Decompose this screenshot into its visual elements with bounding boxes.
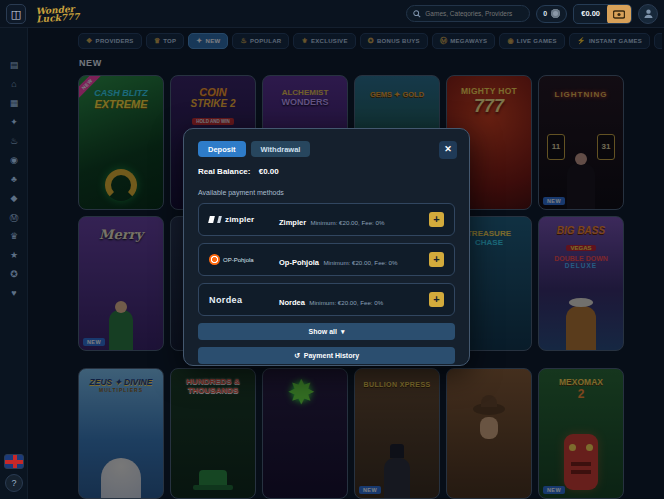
user-avatar-button[interactable] xyxy=(638,4,658,24)
chevron-down-icon: ▾ xyxy=(341,328,345,336)
sidebar-item-jackpots[interactable]: ◆ xyxy=(0,193,28,203)
method-details: Minimum: €20.00, Fee: 0% xyxy=(309,299,383,306)
sidebar-item-megaways[interactable]: Ⓜ xyxy=(0,212,28,225)
close-icon[interactable]: ✕ xyxy=(439,141,457,159)
search-icon xyxy=(413,10,421,18)
language-flag-button[interactable] xyxy=(4,454,24,469)
search-input[interactable] xyxy=(425,10,523,17)
balance-amount: €0.00 xyxy=(574,9,607,18)
sidebar-item-tournaments[interactable]: ♛ xyxy=(0,231,28,241)
user-icon xyxy=(643,8,654,19)
payment-method-nordea[interactable]: Nordea Nordea Minimum: €20.00, Fee: 0% + xyxy=(198,283,455,316)
casino-lobby-page: ◫ Wonder Luck777 0 €0.00 ▤ ⌂ ▦ ✦ ♨ ◉ xyxy=(0,0,664,499)
sidebar-item-popular[interactable]: ♨ xyxy=(0,136,28,146)
coin-icon xyxy=(551,9,560,18)
method-details: Minimum: €20.00, Fee: 0% xyxy=(311,219,385,226)
sidebar-item-slots[interactable]: ▦ xyxy=(0,98,28,108)
nordea-logo: Nordea xyxy=(209,295,271,305)
coins-count: 0 xyxy=(543,10,547,17)
method-name: Nordea xyxy=(279,298,305,307)
zimpler-mark-icon xyxy=(208,216,215,223)
left-sidebar: ▤ ⌂ ▦ ✦ ♨ ◉ ♣ ◆ Ⓜ ♛ ★ ✪ ♥ ? xyxy=(0,28,28,499)
deposit-tab[interactable]: Deposit xyxy=(198,141,246,157)
loyalty-coins-pill[interactable]: 0 xyxy=(536,5,567,23)
sidebar-item-live[interactable]: ◉ xyxy=(0,155,28,165)
sidebar-item-new[interactable]: ✦ xyxy=(0,117,28,127)
sidebar-item-games[interactable]: ▤ xyxy=(0,60,28,70)
add-deposit-button[interactable]: + xyxy=(429,292,444,307)
sidebar-item-bonuses[interactable]: ✪ xyxy=(0,269,28,279)
op-circle-icon xyxy=(209,254,220,265)
sidebar-toggle-button[interactable]: ◫ xyxy=(6,4,26,24)
method-name: Zimpler xyxy=(279,218,306,227)
add-deposit-button[interactable]: + xyxy=(429,252,444,267)
sidebar-item-favorites[interactable]: ♥ xyxy=(0,288,28,298)
real-balance-label: Real Balance: xyxy=(198,167,250,176)
wallet-icon xyxy=(613,9,625,19)
withdrawal-tab[interactable]: Withdrawal xyxy=(251,141,311,157)
payment-method-zimpler[interactable]: zimpler Zimpler Minimum: €20.00, Fee: 0%… xyxy=(198,203,455,236)
balance-widget: €0.00 xyxy=(573,4,632,24)
payment-modal: Deposit Withdrawal ✕ Real Balance: €0.00… xyxy=(183,128,470,366)
sidebar-item-vip[interactable]: ★ xyxy=(0,250,28,260)
real-balance-value: €0.00 xyxy=(259,167,279,176)
op-pohjola-logo: OP-Pohjola xyxy=(209,254,271,265)
brand-logo[interactable]: Wonder Luck777 xyxy=(35,4,79,23)
search-bar[interactable] xyxy=(406,5,530,22)
zimpler-logo: zimpler xyxy=(209,215,271,224)
method-name: Op-Pohjola xyxy=(279,258,319,267)
logo-line-2: Luck777 xyxy=(36,12,80,23)
history-icon: ↺ xyxy=(294,352,300,360)
show-all-button[interactable]: Show all ▾ xyxy=(198,323,455,340)
sidebar-item-table-games[interactable]: ♣ xyxy=(0,174,28,184)
payment-methods-label: Available payment methods xyxy=(198,189,455,196)
sidebar-item-home[interactable]: ⌂ xyxy=(0,79,28,89)
top-bar: ◫ Wonder Luck777 0 €0.00 xyxy=(0,0,664,28)
payment-method-op-pohjola[interactable]: OP-Pohjola Op-Pohjola Minimum: €20.00, F… xyxy=(198,243,455,276)
real-balance: Real Balance: €0.00 xyxy=(198,167,455,176)
payment-modal-tabs: Deposit Withdrawal xyxy=(198,141,455,157)
method-details: Minimum: €20.00, Fee: 0% xyxy=(323,259,397,266)
payment-history-button[interactable]: ↺ Payment History xyxy=(198,347,455,364)
add-deposit-button[interactable]: + xyxy=(429,212,444,227)
help-button[interactable]: ? xyxy=(5,474,23,492)
deposit-wallet-button[interactable] xyxy=(607,4,631,24)
